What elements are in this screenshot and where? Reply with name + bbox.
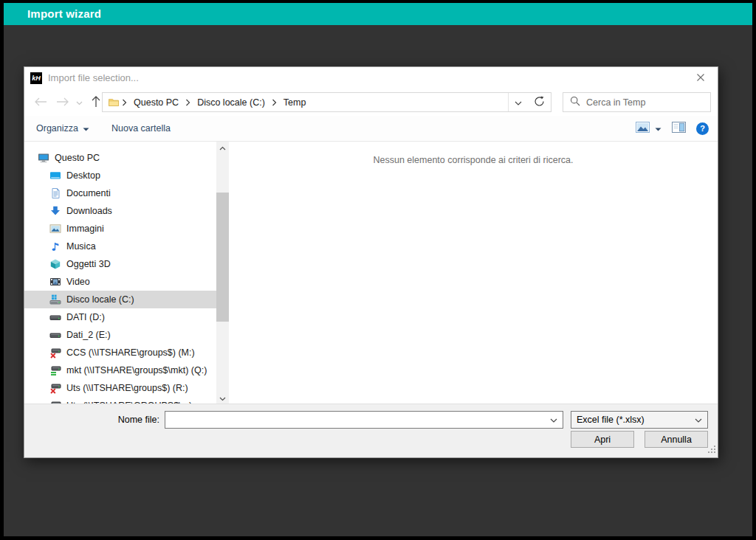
breadcrumb: Questo PCDisco locale (C:)Temp — [103, 97, 508, 108]
sidebar-item-questo-pc[interactable]: Questo PC — [24, 149, 216, 167]
sidebar-item-immagini[interactable]: Immagini — [24, 220, 216, 238]
thumbnail-view-icon — [636, 122, 650, 135]
forward-arrow-icon — [56, 97, 69, 108]
folder-tree: Questo PCDesktopDocumentiDownloadsImmagi… — [24, 142, 216, 404]
desktop-icon — [49, 170, 61, 181]
help-icon: ? — [696, 122, 709, 135]
sidebar-item-label: DATI (D:) — [66, 312, 105, 322]
search-input[interactable] — [586, 97, 704, 108]
organize-label: Organizza — [36, 123, 78, 134]
app-header: Import wizard — [4, 3, 752, 25]
empty-results-message: Nessun elemento corrisponde ai criteri d… — [229, 155, 718, 165]
breadcrumb-segment[interactable]: Temp — [279, 97, 311, 108]
filename-label: Nome file: — [24, 412, 159, 429]
sidebar-item-dati-2-e[interactable]: Dati_2 (E:) — [24, 326, 216, 344]
organize-button[interactable]: Organizza — [36, 123, 89, 134]
view-mode-button[interactable] — [636, 122, 662, 135]
sidebar-item-mkt-itshare-groups-mkt-q[interactable]: mkt (\\ITSHARE\groups$\mkt) (Q:) — [24, 361, 216, 379]
search-icon — [570, 96, 580, 108]
breadcrumb-chevron-icon — [271, 99, 278, 106]
app-window: Import wizard kH Import file selection..… — [4, 3, 752, 536]
sidebar-scrollbar[interactable] — [216, 142, 229, 404]
breadcrumb-chevron-icon — [185, 99, 191, 106]
network-drive-disconnected-icon — [49, 347, 61, 359]
video-icon — [49, 276, 61, 288]
chevron-down-icon — [695, 415, 702, 425]
up-arrow-icon — [92, 96, 100, 110]
search-box — [563, 92, 711, 112]
chevron-down-icon — [550, 415, 557, 425]
sidebar-item-video[interactable]: Video — [24, 273, 216, 291]
chevron-down-icon — [655, 123, 662, 134]
scroll-up-button[interactable] — [216, 142, 229, 153]
refresh-icon — [534, 96, 545, 109]
breadcrumb-segment[interactable]: Disco locale (C:) — [193, 97, 269, 108]
sidebar-item-oggetti-3d[interactable]: Oggetti 3D — [24, 255, 216, 273]
sidebar-item-label: Desktop — [66, 170, 100, 181]
drive-windows-icon — [49, 294, 61, 305]
sidebar-item-documenti[interactable]: Documenti — [24, 184, 216, 202]
sidebar-item-label: Uts (\\ITSHARE\groups$) (R:) — [66, 383, 188, 393]
documents-icon — [49, 187, 61, 199]
app-title: Import wizard — [27, 3, 101, 25]
filetype-value: Excel file (*.xlsx) — [571, 415, 690, 425]
preview-pane-button[interactable] — [672, 122, 686, 135]
filetype-dropdown-button[interactable] — [690, 412, 707, 428]
chevron-down-icon — [219, 393, 226, 404]
scrollbar-thumb[interactable] — [216, 193, 229, 322]
sidebar-item-label: Questo PC — [55, 153, 100, 163]
history-dropdown-button[interactable] — [73, 89, 85, 116]
breadcrumb-chevron-icon — [121, 99, 128, 106]
file-list-pane[interactable]: Nessun elemento corrisponde ai criteri d… — [229, 142, 718, 404]
cancel-button-label: Annulla — [661, 435, 692, 445]
address-bar[interactable]: Questo PCDisco locale (C:)Temp — [102, 92, 529, 112]
filename-dropdown-button[interactable] — [545, 412, 563, 428]
dialog-footer: Nome file: Excel file (*.xlsx) Apr — [24, 404, 718, 457]
preview-pane-icon — [672, 122, 686, 135]
chevron-up-icon — [219, 142, 226, 153]
back-button[interactable] — [30, 89, 51, 116]
open-button[interactable]: Apri — [571, 431, 634, 448]
address-dropdown-button[interactable] — [508, 93, 528, 111]
sidebar-item-label: Oggetti 3D — [66, 259, 111, 269]
refresh-button[interactable] — [528, 92, 551, 112]
close-button[interactable] — [690, 67, 712, 89]
dialog-titlebar[interactable]: kH Import file selection... — [24, 67, 718, 89]
resize-grip-icon[interactable] — [708, 446, 716, 456]
folder-icon — [108, 97, 120, 108]
forward-button[interactable] — [52, 89, 73, 116]
dialog-body: Questo PCDesktopDocumentiDownloadsImmagi… — [24, 142, 718, 404]
filename-input[interactable] — [165, 412, 545, 428]
app-logo-icon: kH — [30, 72, 42, 84]
back-arrow-icon — [34, 97, 47, 108]
sidebar-item-label: Dati_2 (E:) — [66, 330, 111, 340]
filename-combobox — [165, 411, 563, 429]
sidebar-item-label: CCS (\\ITSHARE\groups$) (M:) — [66, 347, 195, 358]
sidebar-item-downloads[interactable]: Downloads — [24, 202, 216, 220]
sidebar-item-musica[interactable]: Musica — [24, 238, 216, 255]
filetype-select[interactable]: Excel file (*.xlsx) — [571, 411, 708, 429]
drive-icon — [49, 311, 61, 323]
pictures-icon — [49, 223, 61, 235]
help-button[interactable]: ? — [696, 122, 709, 135]
sidebar-item-label: Downloads — [66, 206, 112, 216]
file-dialog: kH Import file selection... — [24, 66, 718, 458]
chevron-down-icon — [515, 97, 522, 108]
close-icon — [696, 73, 705, 84]
sidebar-item-label: Musica — [66, 241, 96, 252]
sidebar-item-desktop[interactable]: Desktop — [24, 167, 216, 184]
sidebar-item-uts-itshare-groups-r[interactable]: Uts (\\ITSHARE\groups$) (R:) — [24, 379, 216, 397]
new-folder-button[interactable]: Nuova cartella — [111, 123, 171, 134]
sidebar-item-label: Immagini — [66, 224, 104, 234]
sidebar-item-disco-locale-c[interactable]: Disco locale (C:) — [24, 291, 216, 308]
network-drive-disconnected-icon — [49, 382, 61, 394]
network-drive-icon — [49, 364, 61, 376]
sidebar-item-ccs-itshare-groups-m[interactable]: CCS (\\ITSHARE\groups$) (M:) — [24, 344, 216, 361]
sidebar-item-label: Video — [66, 277, 90, 287]
cancel-button[interactable]: Annulla — [645, 431, 708, 448]
sidebar-item-label: Disco locale (C:) — [66, 294, 134, 305]
dialog-title: Import file selection... — [48, 67, 139, 89]
sidebar-item-dati-d[interactable]: DATI (D:) — [24, 308, 216, 326]
scroll-down-button[interactable] — [216, 392, 229, 404]
breadcrumb-segment[interactable]: Questo PC — [129, 97, 183, 108]
